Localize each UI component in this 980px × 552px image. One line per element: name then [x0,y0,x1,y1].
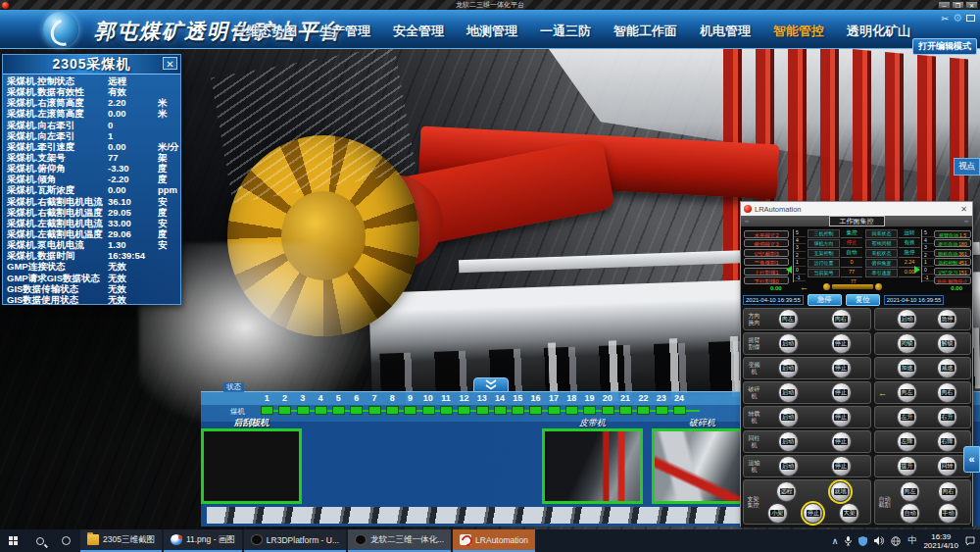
preset-button[interactable]: 记忆截割3 [744,249,789,257]
control-button[interactable]: 停止 [803,503,823,524]
nav-item[interactable]: 智能管控 [773,23,824,40]
collapse-sidebar-button[interactable]: « [963,446,980,473]
gear-icon[interactable]: ⚙ [953,12,962,25]
lr-titlebar: LRAutomation ✕ [741,202,972,216]
camera-video[interactable] [652,428,753,504]
control-button[interactable]: 就地 [830,481,851,502]
mode-button[interactable]: 摇臂自动1.5 [934,230,971,238]
control-button[interactable]: 提升 [897,456,917,477]
control-button[interactable]: 停止 [831,382,852,403]
nav-item[interactable]: 地测管理 [466,23,517,40]
support-number: 16 [526,393,544,403]
control-button[interactable]: 左升 [897,407,917,427]
control-button[interactable]: 自动 [900,503,920,524]
fullscreen-icon[interactable] [966,15,975,22]
control-button[interactable]: 停止 [831,358,852,378]
scroll-left-icon[interactable]: ‹‹ [745,218,749,224]
nav-item[interactable]: 透明化矿山 [847,23,910,40]
preset-button[interactable]: 上行割煤1 [744,268,789,276]
control-button[interactable]: 远程 [776,481,797,502]
taskbar-clock[interactable]: 16:39 2021/4/10 [923,532,958,550]
control-button[interactable]: 左降 [897,431,917,452]
speaker-icon[interactable] [874,536,884,545]
preset-button[interactable]: 俯仰校正3 [744,239,789,247]
control-button[interactable]: 右升 [937,407,957,427]
control-button-label: 闭锁 [901,340,914,347]
control-button[interactable]: 右降 [937,431,957,452]
control-button[interactable]: 大架 [839,503,859,524]
taskbar-app[interactable]: 11.png - 画图 [164,529,242,552]
preset-button[interactable]: 水平校正2 [744,230,789,238]
preset-button[interactable]: 三角煤割1 [744,258,789,266]
control-button[interactable]: 向左 [900,481,920,502]
nav-item[interactable]: 三维态势图 [233,23,297,40]
control-button[interactable]: 启动 [778,407,799,427]
control-button[interactable]: 启动 [778,382,799,403]
taskbar-app[interactable]: LRAutomation [453,529,535,552]
mode-button[interactable]: 远程控制451 [934,258,971,266]
estop-button[interactable]: 急停 [808,294,842,306]
defender-shield-icon[interactable] [858,536,867,546]
edit-mode-button[interactable]: 打开编辑模式 [912,38,977,55]
control-button[interactable]: 回转 [937,456,957,477]
lr-close-icon[interactable]: ✕ [958,205,969,214]
control-button[interactable]: 闭锁 [897,333,917,354]
task-view-button[interactable] [53,529,79,552]
wrench-icon[interactable]: ✂ [942,14,950,24]
control-button[interactable]: 向左 [778,309,799,329]
mode-button[interactable]: 记忆学习151 [934,268,971,276]
collapse-panel-button[interactable] [473,377,509,392]
search-button[interactable] [26,529,53,552]
control-button[interactable]: 减速 [937,358,957,378]
maximize-button[interactable]: ❐ [952,1,964,9]
nav-item[interactable]: 智能工作面 [613,23,677,40]
viewpoint-tab[interactable]: 视点 [954,158,980,176]
control-button[interactable]: 向左 [897,382,917,403]
control-button[interactable]: 停止 [831,407,852,427]
control-button[interactable]: 启动 [778,456,799,477]
control-button[interactable]: 加速 [897,358,917,378]
mode-button-value: 361 [958,251,966,257]
mode-button[interactable]: 牵引自动180 [934,239,971,247]
control-button[interactable]: 停止 [831,456,852,477]
action-center-icon[interactable] [965,536,975,546]
taskbar-app[interactable]: 2305三维截图 [80,529,162,552]
nav-item[interactable]: 一通三防 [540,23,591,40]
control-button[interactable]: 向右 [937,382,957,403]
control-button[interactable]: 向右 [831,309,852,329]
tray-expand-icon[interactable]: ∧ [832,536,839,546]
control-button[interactable]: 停止 [831,431,852,452]
taskbar-app[interactable]: 龙软二三维一体化... [348,529,451,552]
control-button[interactable]: 启动 [897,309,917,329]
lr-control-grid: 方向换向 向左 向右 摇臂割煤 启动 停止 [741,306,972,527]
microphone-icon[interactable] [845,536,852,546]
control-button[interactable]: 启动 [778,358,799,378]
nav-item[interactable]: 机电管理 [700,23,751,40]
mode-button[interactable]: 跟机自动361 [934,249,971,257]
control-button[interactable]: 解锁 [937,333,957,354]
chevron-down-icon [484,379,498,390]
reset-button[interactable]: 复位 [846,294,880,306]
ime-indicator[interactable]: 中 [907,534,916,547]
control-button[interactable]: 手动 [938,503,958,524]
data-row: 采煤机.右截割电机电流 36.10 安 [7,196,180,207]
close-button[interactable]: ✕ [965,1,978,9]
start-button[interactable] [0,529,26,552]
nav-item[interactable]: 生产管理 [319,23,370,40]
camera-video[interactable] [542,428,643,504]
control-button[interactable]: 启动 [778,333,799,354]
data-label: 采煤机.左截割电机电流 [7,218,108,228]
control-button[interactable]: 急停 [937,309,957,329]
network-globe-icon[interactable] [891,536,901,546]
scroll-right-icon[interactable]: ›› [964,218,968,224]
camera-video[interactable] [201,428,302,504]
taskbar-app[interactable]: LR3DPlatform - U... [244,529,346,552]
workface-control-tab[interactable]: 工作面集控 [829,216,885,226]
control-button[interactable]: 启动 [778,431,799,452]
nav-item[interactable]: 安全管理 [393,23,444,40]
control-button[interactable]: 小架 [767,503,788,524]
control-button[interactable]: 向右 [938,481,958,502]
minimize-button[interactable]: ─ [938,1,951,9]
panel-close-icon[interactable]: ✕ [163,57,177,70]
control-button[interactable]: 停止 [831,333,852,354]
